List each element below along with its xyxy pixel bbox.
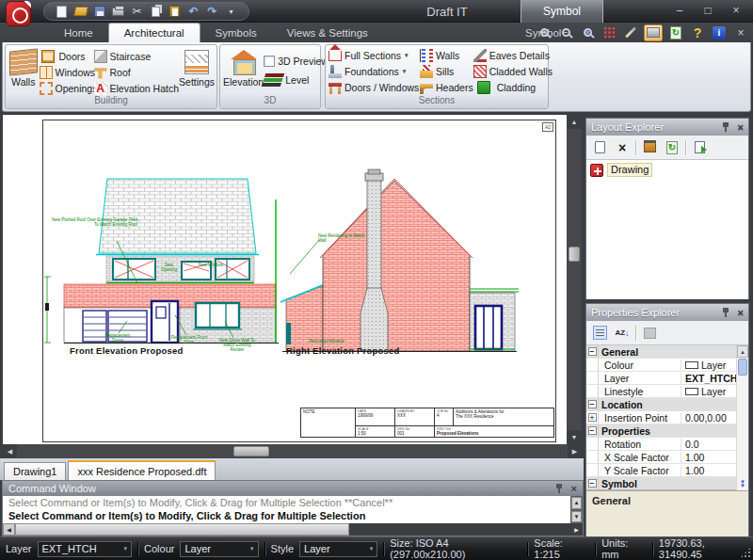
- scroll-left-icon[interactable]: ◀: [3, 523, 15, 536]
- property-row-colour[interactable]: Colour Layer: [586, 359, 748, 372]
- copy-icon[interactable]: [148, 4, 164, 19]
- zoom-window-icon[interactable]: ∗: [579, 24, 596, 41]
- close-icon[interactable]: ×: [738, 121, 744, 133]
- doors-button[interactable]: Doors: [40, 48, 94, 64]
- reload-layout-icon[interactable]: ↻: [663, 138, 681, 156]
- elevation-hatch-button[interactable]: A Elevation Hatch: [94, 80, 180, 96]
- close-button[interactable]: ×: [727, 2, 745, 18]
- pin-icon[interactable]: [555, 484, 563, 493]
- category-general[interactable]: − General: [586, 345, 748, 359]
- doc-tab-drawing1[interactable]: Drawing1: [4, 462, 66, 480]
- category-symbol[interactable]: − Symbol: [586, 477, 748, 490]
- colour-dropdown[interactable]: Layer ▾: [180, 541, 258, 557]
- collapse-icon[interactable]: −: [588, 479, 597, 488]
- help-icon[interactable]: ?: [689, 24, 706, 41]
- cut-icon[interactable]: ✂: [129, 4, 145, 19]
- command-vertical-scrollbar[interactable]: ▲ ▼: [570, 496, 583, 523]
- expand-icon[interactable]: +: [588, 413, 597, 422]
- 3d-preview-toggle[interactable]: 3D Preview: [264, 52, 328, 71]
- drawing-sheet[interactable]: A2 New Pitched Roof Over Existing Garage…: [42, 120, 556, 442]
- layer-dropdown[interactable]: EXT_HTCH ▾: [38, 541, 133, 557]
- layout-explorer-titlebar[interactable]: Layout Explorer ×: [586, 119, 748, 136]
- checkbox-icon[interactable]: [264, 56, 275, 67]
- scroll-up-icon[interactable]: ▲: [571, 497, 582, 509]
- sketch-mode-icon[interactable]: [622, 24, 639, 41]
- document-title-tab[interactable]: Symbol: [521, 0, 603, 23]
- insert-layout-icon[interactable]: [690, 138, 709, 156]
- scroll-thumb[interactable]: [738, 359, 747, 376]
- windows-button[interactable]: Windows: [40, 64, 94, 80]
- sills-button[interactable]: Sills: [420, 63, 473, 79]
- canvas-vertical-scrollbar[interactable]: ▲ ▼: [567, 115, 582, 444]
- save-icon[interactable]: [91, 4, 107, 19]
- archive-icon[interactable]: [640, 138, 659, 156]
- zoom-out-icon[interactable]: −: [557, 24, 574, 41]
- walls-button[interactable]: Walls: [8, 46, 40, 96]
- settings-button[interactable]: Settings: [179, 46, 215, 96]
- style-dropdown[interactable]: Layer ▾: [299, 541, 377, 557]
- layout-tree[interactable]: Drawing: [586, 160, 748, 299]
- new-layout-icon[interactable]: [590, 138, 609, 156]
- property-grid-scrollbar[interactable]: ▲ ▼▼: [736, 345, 748, 490]
- eaves-details-button[interactable]: Eaves Details: [473, 47, 553, 63]
- pin-icon[interactable]: [722, 122, 729, 132]
- tab-symbols[interactable]: Symbols: [200, 23, 272, 42]
- close-icon[interactable]: ×: [571, 483, 577, 494]
- grid-points-icon[interactable]: [601, 24, 617, 41]
- section-walls-button[interactable]: Walls: [420, 47, 473, 63]
- new-icon[interactable]: [54, 4, 70, 19]
- scroll-up-icon[interactable]: ▲: [567, 115, 582, 129]
- open-icon[interactable]: [72, 4, 88, 19]
- tab-home[interactable]: Home: [49, 23, 108, 42]
- doors-windows-button[interactable]: Doors / Windows ▾: [328, 79, 420, 95]
- canvas-horizontal-scrollbar[interactable]: ◀ ▶: [3, 444, 582, 458]
- info-icon[interactable]: i: [711, 24, 728, 41]
- property-row-linestyle[interactable]: Linestyle Layer: [586, 385, 748, 398]
- collapse-icon[interactable]: −: [588, 400, 597, 408]
- property-row-x-scale[interactable]: X Scale Factor 1.00: [586, 451, 748, 464]
- drawing-canvas[interactable]: A2 New Pitched Roof Over Existing Garage…: [3, 115, 567, 444]
- maximize-button[interactable]: □: [698, 2, 717, 18]
- collapse-icon[interactable]: −: [588, 347, 597, 356]
- scroll-down-icon[interactable]: ▼▼: [737, 477, 748, 490]
- zoom-in-icon[interactable]: +: [536, 24, 553, 41]
- redo-icon[interactable]: ↷: [204, 4, 220, 19]
- toolbar-overflow-icon[interactable]: ▾: [223, 4, 239, 19]
- scroll-right-icon[interactable]: ▶: [570, 523, 583, 536]
- roof-button[interactable]: Roof: [94, 64, 180, 80]
- horizontal-scroll-thumb[interactable]: [233, 446, 269, 456]
- layout-tree-item-drawing[interactable]: Drawing: [590, 163, 652, 177]
- collapse-icon[interactable]: −: [588, 426, 597, 435]
- cladding-button[interactable]: Cladding: [473, 79, 553, 95]
- minimize-button[interactable]: –: [670, 2, 689, 18]
- staircase-button[interactable]: Staircase: [94, 48, 180, 64]
- cladded-walls-button[interactable]: Cladded Walls: [473, 63, 553, 79]
- app-logo-button[interactable]: [6, 1, 31, 26]
- command-window-titlebar[interactable]: Command Window ×: [3, 481, 583, 496]
- command-prompt-line[interactable]: Select Command or Item(s) to Modify, Cli…: [3, 509, 583, 522]
- property-row-rotation[interactable]: Rotation 0.0: [586, 438, 748, 451]
- undo-icon[interactable]: ↶: [185, 4, 201, 19]
- level-button[interactable]: Level: [264, 71, 328, 89]
- tab-architectural[interactable]: Architectural: [108, 23, 200, 42]
- category-properties[interactable]: − Properties: [586, 424, 748, 438]
- pin-icon[interactable]: [722, 308, 729, 317]
- close-ribbon-icon[interactable]: ×: [732, 24, 749, 41]
- regenerate-icon[interactable]: ↻: [667, 24, 684, 41]
- doc-tab-residence[interactable]: xxx Residence Proposed.dft: [68, 460, 216, 480]
- openings-button[interactable]: Openings: [40, 80, 94, 96]
- full-sections-button[interactable]: Full Sections ▾: [328, 47, 420, 63]
- delete-layout-icon[interactable]: ×: [613, 138, 632, 156]
- vertical-scroll-thumb[interactable]: [569, 247, 580, 262]
- scroll-down-icon[interactable]: ▼: [571, 511, 582, 523]
- property-row-y-scale[interactable]: Y Scale Factor 1.00: [586, 464, 748, 477]
- scroll-left-icon[interactable]: ◀: [3, 444, 17, 458]
- command-horizontal-scrollbar[interactable]: ◀ ▶: [3, 523, 583, 536]
- sort-alphabetical-icon[interactable]: AZ↓: [613, 324, 632, 342]
- headers-button[interactable]: Headers: [420, 79, 473, 95]
- paste-icon[interactable]: [167, 4, 183, 19]
- scroll-right-icon[interactable]: ▶: [568, 444, 582, 458]
- scroll-down-icon[interactable]: ▼: [567, 430, 582, 444]
- property-row-layer[interactable]: Layer EXT_HTCH: [586, 372, 748, 385]
- categorized-view-icon[interactable]: [590, 324, 609, 342]
